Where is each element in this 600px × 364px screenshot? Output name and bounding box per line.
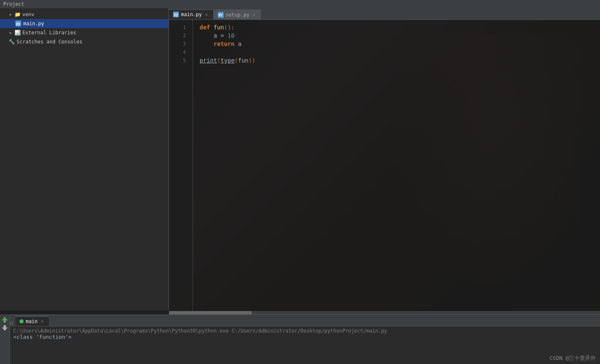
code-line-4	[200, 48, 593, 56]
tab-setup-py[interactable]: py setup.py ✕	[214, 10, 261, 19]
bottom-tab-bar: Run: main ✕	[0, 315, 600, 326]
line-numbers: 1 2 3 4 5	[172, 20, 193, 314]
code-editor-area[interactable]: 1 2 3 4 5 def fun ( ) : a = 10	[169, 20, 600, 314]
tab-main-py-close[interactable]: ✕	[204, 12, 209, 17]
sidebar-item-main-py-label: main.py	[23, 21, 44, 26]
space-1	[210, 23, 213, 31]
paren-print-close: )	[252, 56, 255, 65]
sidebar-item-main-py[interactable]: py main.py	[0, 19, 169, 28]
sidebar-item-venv[interactable]: 📁 venv	[0, 10, 169, 19]
file-tree: 📁 venv py main.py External Libraries Scr…	[0, 8, 169, 48]
run-down-arrow-icon	[2, 325, 8, 331]
paren-print-open: (	[217, 56, 220, 65]
scrollbar-thumb[interactable]	[169, 311, 252, 314]
watermark: CSDN @三十里开外	[549, 354, 596, 362]
bottom-panel: Run: main ✕ C:\Users\Administrator\AppDa…	[0, 314, 600, 364]
tab-setup-py-label: setup.py	[226, 12, 250, 18]
func-type: type	[221, 56, 235, 65]
tab-main-py-icon: py	[173, 12, 179, 17]
var-a: a	[214, 31, 217, 40]
bottom-tab-main[interactable]: main ✕	[15, 316, 49, 326]
indent-3	[200, 40, 214, 48]
run-output: <class 'function'>	[13, 334, 597, 340]
sidebar-item-external-libs[interactable]: External Libraries	[0, 28, 169, 37]
ext-libs-icon	[14, 29, 21, 36]
bp-2	[169, 28, 172, 36]
func-name-fun: fun	[214, 23, 224, 31]
run-up-btn[interactable]	[1, 316, 9, 323]
bp-1	[169, 20, 172, 28]
run-down-btn[interactable]	[1, 324, 9, 332]
num-10: 10	[227, 31, 234, 40]
code-editor: 1 2 3 4 5 def fun ( ) : a = 10	[169, 20, 600, 314]
keyword-return: return	[214, 40, 235, 48]
line-num-4: 4	[172, 48, 189, 56]
bp-4	[169, 45, 172, 53]
run-panel-controls	[0, 314, 10, 364]
sidebar-item-scratches-label: Scratches and Consoles	[17, 39, 82, 45]
bp-3	[169, 36, 172, 45]
bp-5	[169, 53, 172, 61]
space-eq: =	[217, 31, 227, 40]
bottom-tab-main-close[interactable]: ✕	[40, 319, 45, 324]
sidebar-item-scratches[interactable]: Scratches and Consoles	[0, 37, 169, 46]
scratches-icon	[8, 38, 15, 45]
tab-main-py-label: main.py	[181, 12, 202, 17]
line-num-1: 1	[172, 23, 189, 31]
editor-tab-bar: py main.py ✕ py setup.py ✕	[169, 8, 600, 20]
code-content[interactable]: def fun ( ) : a = 10 return a	[193, 20, 600, 314]
horizontal-scrollbar[interactable]	[169, 311, 600, 314]
top-bar-title: Project	[3, 1, 24, 7]
paren-type-open: (	[234, 56, 238, 65]
paren-close-1: )	[227, 23, 231, 31]
func-print: print	[200, 56, 217, 65]
code-line-3: return a	[200, 40, 593, 48]
var-a-return: a	[238, 40, 241, 48]
keyword-def: def	[200, 23, 210, 31]
code-line-5: print ( type ( fun ) )	[200, 56, 593, 65]
top-bar: Project	[0, 0, 600, 8]
run-up-arrow-icon	[2, 317, 8, 323]
paren-type-close: )	[248, 56, 252, 65]
empty-line	[200, 48, 203, 56]
ext-libs-expand-icon	[8, 30, 13, 35]
sidebar: 📁 pythonProject C:\Users\Administrator\D…	[0, 0, 169, 310]
line-num-5: 5	[172, 56, 189, 65]
line-num-3: 3	[172, 40, 189, 48]
breakpoint-gutter	[169, 20, 172, 314]
run-status-dot	[19, 319, 24, 323]
paren-open-1: (	[224, 23, 227, 31]
venv-expand-icon	[8, 12, 13, 17]
tab-setup-py-close[interactable]: ✕	[251, 12, 256, 17]
tab-setup-py-icon: py	[218, 12, 224, 18]
main-py-icon: py	[15, 20, 22, 27]
sidebar-item-venv-label: venv	[22, 12, 34, 17]
venv-folder-icon: 📁	[14, 11, 21, 18]
bottom-tab-main-label: main	[26, 318, 38, 324]
sidebar-item-external-libs-label: External Libraries	[22, 30, 76, 36]
line-num-2: 2	[172, 31, 189, 40]
space-3	[234, 40, 238, 48]
run-command: C:\Users\Administrator\AppData\Local\Pro…	[13, 328, 597, 334]
indent-2	[200, 31, 214, 40]
code-line-2: a = 10	[200, 31, 593, 40]
tab-main-py[interactable]: py main.py ✕	[169, 10, 214, 19]
func-ref-fun: fun	[238, 56, 248, 65]
run-panel-content: C:\Users\Administrator\AppData\Local\Pro…	[10, 326, 600, 364]
code-line-1: def fun ( ) :	[200, 23, 593, 31]
colon-1: :	[231, 23, 234, 31]
